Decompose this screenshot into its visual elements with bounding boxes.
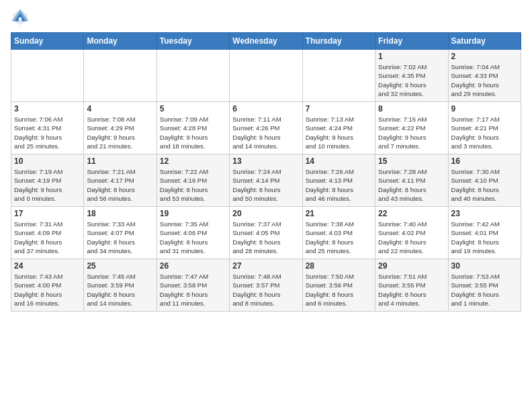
svg-rect-3 [19, 17, 21, 21]
day-number: 14 [306, 156, 372, 166]
cell-day [230, 50, 302, 102]
cell-day: 16Sunrise: 7:30 AM Sunset: 4:10 PM Dayli… [448, 154, 521, 207]
day-info: Sunrise: 7:19 AM Sunset: 4:19 PM Dayligh… [14, 167, 81, 203]
day-info: Sunrise: 7:17 AM Sunset: 4:21 PM Dayligh… [451, 115, 518, 150]
cell-day: 8Sunrise: 7:15 AM Sunset: 4:22 PM Daylig… [375, 102, 448, 154]
day-number: 20 [232, 209, 299, 218]
day-number: 2 [451, 52, 518, 61]
day-number: 17 [14, 209, 81, 218]
day-number: 1 [378, 52, 445, 61]
day-number: 11 [87, 156, 153, 166]
day-info: Sunrise: 7:35 AM Sunset: 4:06 PM Dayligh… [160, 220, 226, 255]
day-number: 7 [306, 104, 372, 113]
week-row-1: 1Sunrise: 7:02 AM Sunset: 4:35 PM Daylig… [11, 50, 521, 102]
header-row: SundayMondayTuesdayWednesdayThursdayFrid… [11, 33, 521, 50]
day-info: Sunrise: 7:38 AM Sunset: 4:03 PM Dayligh… [306, 220, 372, 255]
cell-day: 11Sunrise: 7:21 AM Sunset: 4:17 PM Dayli… [84, 154, 157, 207]
cell-day: 24Sunrise: 7:43 AM Sunset: 4:00 PM Dayli… [11, 259, 84, 312]
day-number: 29 [378, 261, 445, 271]
week-row-5: 24Sunrise: 7:43 AM Sunset: 4:00 PM Dayli… [11, 259, 521, 312]
cell-day: 6Sunrise: 7:11 AM Sunset: 4:26 PM Daylig… [230, 102, 302, 154]
day-info: Sunrise: 7:22 AM Sunset: 4:16 PM Dayligh… [160, 167, 226, 203]
day-info: Sunrise: 7:09 AM Sunset: 4:28 PM Dayligh… [160, 115, 226, 150]
day-number: 12 [160, 156, 226, 166]
day-number: 10 [14, 156, 81, 166]
cell-day: 1Sunrise: 7:02 AM Sunset: 4:35 PM Daylig… [375, 50, 448, 102]
day-info: Sunrise: 7:28 AM Sunset: 4:11 PM Dayligh… [378, 167, 445, 203]
cell-day: 29Sunrise: 7:51 AM Sunset: 3:55 PM Dayli… [375, 259, 448, 312]
day-info: Sunrise: 7:15 AM Sunset: 4:22 PM Dayligh… [378, 115, 445, 150]
cell-day: 18Sunrise: 7:33 AM Sunset: 4:07 PM Dayli… [84, 207, 157, 259]
day-number: 23 [451, 209, 518, 218]
cell-day: 13Sunrise: 7:24 AM Sunset: 4:14 PM Dayli… [230, 154, 302, 207]
day-info: Sunrise: 7:47 AM Sunset: 3:58 PM Dayligh… [160, 272, 226, 308]
day-info: Sunrise: 7:26 AM Sunset: 4:13 PM Dayligh… [306, 167, 372, 203]
col-header-sunday: Sunday [11, 33, 84, 50]
day-info: Sunrise: 7:02 AM Sunset: 4:35 PM Dayligh… [378, 62, 445, 98]
day-info: Sunrise: 7:42 AM Sunset: 4:01 PM Dayligh… [451, 220, 518, 255]
cell-day: 22Sunrise: 7:40 AM Sunset: 4:02 PM Dayli… [375, 207, 448, 259]
day-number: 22 [378, 209, 445, 218]
cell-day: 30Sunrise: 7:53 AM Sunset: 3:55 PM Dayli… [448, 259, 521, 312]
week-row-3: 10Sunrise: 7:19 AM Sunset: 4:19 PM Dayli… [11, 154, 521, 207]
col-header-monday: Monday [84, 33, 157, 50]
col-header-tuesday: Tuesday [157, 33, 229, 50]
day-number: 15 [378, 156, 445, 166]
cell-day: 17Sunrise: 7:31 AM Sunset: 4:09 PM Dayli… [11, 207, 84, 259]
week-row-4: 17Sunrise: 7:31 AM Sunset: 4:09 PM Dayli… [11, 207, 521, 259]
day-number: 24 [14, 261, 81, 271]
day-info: Sunrise: 7:06 AM Sunset: 4:31 PM Dayligh… [14, 115, 81, 150]
day-number: 25 [87, 261, 153, 271]
cell-day: 10Sunrise: 7:19 AM Sunset: 4:19 PM Dayli… [11, 154, 84, 207]
col-header-saturday: Saturday [448, 33, 521, 50]
day-info: Sunrise: 7:30 AM Sunset: 4:10 PM Dayligh… [451, 167, 518, 203]
cell-day: 4Sunrise: 7:08 AM Sunset: 4:29 PM Daylig… [84, 102, 157, 154]
cell-day: 12Sunrise: 7:22 AM Sunset: 4:16 PM Dayli… [157, 154, 229, 207]
day-number: 30 [451, 261, 518, 271]
cell-day [11, 50, 84, 102]
cell-day: 5Sunrise: 7:09 AM Sunset: 4:28 PM Daylig… [157, 102, 229, 154]
logo [11, 8, 32, 27]
cell-day [157, 50, 229, 102]
day-number: 28 [306, 261, 372, 271]
cell-day: 3Sunrise: 7:06 AM Sunset: 4:31 PM Daylig… [11, 102, 84, 154]
cell-day [302, 50, 375, 102]
day-info: Sunrise: 7:08 AM Sunset: 4:29 PM Dayligh… [87, 115, 153, 150]
cell-day: 9Sunrise: 7:17 AM Sunset: 4:21 PM Daylig… [448, 102, 521, 154]
col-header-thursday: Thursday [302, 33, 375, 50]
day-number: 27 [232, 261, 299, 271]
header [11, 8, 521, 27]
day-number: 26 [160, 261, 226, 271]
day-number: 5 [160, 104, 226, 113]
day-number: 6 [232, 104, 299, 113]
day-info: Sunrise: 7:24 AM Sunset: 4:14 PM Dayligh… [232, 167, 299, 203]
week-row-2: 3Sunrise: 7:06 AM Sunset: 4:31 PM Daylig… [11, 102, 521, 154]
day-number: 9 [451, 104, 518, 113]
calendar-table: SundayMondayTuesdayWednesdayThursdayFrid… [11, 32, 521, 312]
day-info: Sunrise: 7:13 AM Sunset: 4:24 PM Dayligh… [306, 115, 372, 150]
day-number: 18 [87, 209, 153, 218]
day-number: 13 [232, 156, 299, 166]
col-header-friday: Friday [375, 33, 448, 50]
day-number: 3 [14, 104, 81, 113]
day-info: Sunrise: 7:31 AM Sunset: 4:09 PM Dayligh… [14, 220, 81, 255]
cell-day: 2Sunrise: 7:04 AM Sunset: 4:33 PM Daylig… [448, 50, 521, 102]
day-number: 19 [160, 209, 226, 218]
day-info: Sunrise: 7:40 AM Sunset: 4:02 PM Dayligh… [378, 220, 445, 255]
cell-day: 14Sunrise: 7:26 AM Sunset: 4:13 PM Dayli… [302, 154, 375, 207]
day-info: Sunrise: 7:33 AM Sunset: 4:07 PM Dayligh… [87, 220, 153, 255]
day-info: Sunrise: 7:11 AM Sunset: 4:26 PM Dayligh… [232, 115, 299, 150]
logo-icon [11, 8, 30, 27]
day-info: Sunrise: 7:45 AM Sunset: 3:59 PM Dayligh… [87, 272, 153, 308]
cell-day [84, 50, 157, 102]
day-number: 16 [451, 156, 518, 166]
cell-day: 15Sunrise: 7:28 AM Sunset: 4:11 PM Dayli… [375, 154, 448, 207]
cell-day: 28Sunrise: 7:50 AM Sunset: 3:56 PM Dayli… [302, 259, 375, 312]
page: SundayMondayTuesdayWednesdayThursdayFrid… [0, 0, 532, 317]
col-header-wednesday: Wednesday [230, 33, 302, 50]
day-info: Sunrise: 7:37 AM Sunset: 4:05 PM Dayligh… [232, 220, 299, 255]
cell-day: 7Sunrise: 7:13 AM Sunset: 4:24 PM Daylig… [302, 102, 375, 154]
day-info: Sunrise: 7:53 AM Sunset: 3:55 PM Dayligh… [451, 272, 518, 308]
day-info: Sunrise: 7:50 AM Sunset: 3:56 PM Dayligh… [306, 272, 372, 308]
day-number: 4 [87, 104, 153, 113]
